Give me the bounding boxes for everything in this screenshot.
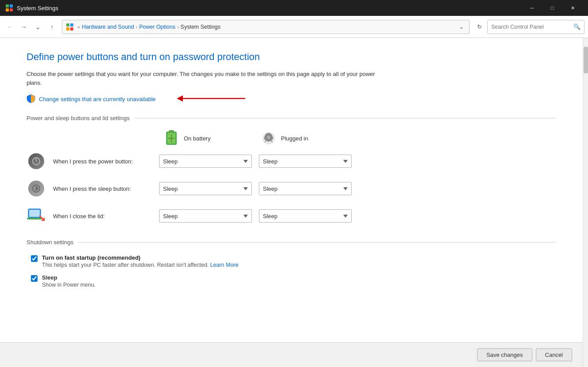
breadcrumb-expand-button[interactable]: ⌄ [457, 23, 466, 31]
svg-rect-6 [66, 27, 69, 30]
svg-rect-3 [10, 8, 13, 11]
address-bar: ← → ⌄ ↑ « Hardware and Sound › Power Opt… [0, 16, 588, 38]
col-header-battery: On battery [163, 130, 261, 146]
section2-label: Shutdown settings [27, 239, 73, 246]
save-changes-button[interactable]: Save changes [477, 348, 532, 361]
power-button-icon [27, 151, 46, 171]
window-title: System Settings [17, 5, 522, 11]
sleep-button-battery-select[interactable]: Sleep Do nothing Hibernate Shut down Tur… [159, 182, 252, 195]
main-container: Define power buttons and turn on passwor… [0, 38, 588, 367]
svg-rect-0 [6, 4, 9, 8]
window-controls: ─ □ ✕ [522, 0, 583, 16]
breadcrumb-item-hardware[interactable]: Hardware and Sound [82, 24, 134, 30]
power-button-battery-select[interactable]: Sleep Do nothing Hibernate Shut down Tur… [159, 155, 252, 168]
settings-grid: On battery Plugged in [27, 130, 556, 226]
breadcrumb-sep-1: › [136, 24, 137, 30]
fast-startup-label: Turn on fast startup (recommended) [42, 254, 239, 261]
breadcrumb-app-icon [66, 23, 74, 31]
maximize-button[interactable]: □ [542, 0, 562, 16]
uac-change-settings-link[interactable]: Change settings that are currently unava… [39, 96, 156, 102]
sleep-shutdown-content: Sleep Show in Power menu. [42, 274, 96, 288]
fast-startup-content: Turn on fast startup (recommended) This … [42, 254, 239, 268]
back-button[interactable]: ← [4, 21, 16, 33]
section1-label: Power and sleep buttons and lid settings [27, 115, 129, 121]
search-input[interactable] [491, 24, 571, 30]
uac-link-row: Change settings that are currently unava… [27, 94, 556, 104]
svg-rect-21 [29, 210, 40, 217]
battery-column-icon [163, 130, 179, 146]
lid-label: When I close the lid: [53, 213, 159, 219]
svg-rect-1 [10, 4, 13, 8]
sleep-button-label: When I press the sleep button: [53, 185, 159, 192]
description-text: Choose the power settings that you want … [27, 70, 380, 87]
col-header-battery-label: On battery [184, 135, 211, 142]
breadcrumb-bar: « Hardware and Sound › Power Options › S… [62, 20, 470, 34]
uac-shield-icon [27, 94, 35, 104]
section2-header: Shutdown settings [27, 239, 556, 246]
breadcrumb-item-current: System Settings [181, 24, 220, 30]
learn-more-link[interactable]: Learn More [210, 262, 239, 268]
forward-button[interactable]: → [18, 21, 30, 33]
fast-startup-desc: This helps start your PC faster after sh… [42, 262, 239, 268]
svg-point-16 [267, 136, 270, 139]
breadcrumb-prefix: « [77, 24, 80, 30]
fast-startup-checkbox[interactable] [31, 255, 38, 262]
sleep-shutdown-checkbox[interactable] [31, 275, 38, 282]
lid-icon [27, 206, 46, 226]
svg-rect-4 [66, 23, 69, 26]
svg-marker-9 [177, 95, 183, 102]
sleep-button-plugged-select[interactable]: Sleep Do nothing Hibernate Shut down Tur… [259, 182, 352, 195]
page-title: Define power buttons and turn on passwor… [27, 51, 556, 63]
bottom-bar: Save changes Cancel [0, 342, 583, 367]
lid-dropdowns: Sleep Do nothing Hibernate Shut down Tur… [159, 209, 352, 223]
power-button-label: When I press the power button: [53, 158, 159, 165]
plugged-column-icon [261, 130, 277, 146]
close-button[interactable]: ✕ [562, 0, 583, 16]
cancel-button[interactable]: Cancel [536, 348, 572, 361]
svg-rect-2 [6, 8, 9, 11]
svg-rect-5 [70, 23, 73, 26]
col-header-plugged: Plugged in [261, 130, 358, 146]
column-headers: On battery Plugged in [163, 130, 556, 146]
content-area: Define power buttons and turn on passwor… [0, 38, 583, 367]
lid-battery-select[interactable]: Sleep Do nothing Hibernate Shut down Tur… [159, 209, 252, 223]
titlebar: System Settings ─ □ ✕ [0, 0, 588, 16]
fast-startup-row: Turn on fast startup (recommended) This … [27, 254, 556, 268]
search-box: 🔍 [487, 20, 584, 34]
up-button[interactable]: ↑ [46, 21, 58, 33]
svg-rect-22 [27, 218, 42, 219]
refresh-button[interactable]: ↻ [473, 21, 486, 33]
power-button-plugged-select[interactable]: Sleep Do nothing Hibernate Shut down Tur… [259, 155, 352, 168]
sleep-shutdown-desc: Show in Power menu. [42, 282, 96, 288]
search-icon: 🔍 [573, 23, 580, 30]
svg-rect-7 [70, 27, 73, 30]
lid-row: When I close the lid: Sleep Do nothing H… [27, 206, 556, 226]
red-arrow-indicator [177, 93, 247, 104]
power-button-row: When I press the power button: Sleep Do … [27, 151, 556, 171]
sleep-shutdown-row: Sleep Show in Power menu. [27, 274, 556, 288]
shutdown-section: Turn on fast startup (recommended) This … [27, 254, 556, 288]
breadcrumb-sep-2: › [177, 24, 179, 30]
sleep-button-icon [27, 179, 46, 198]
recent-locations-button[interactable]: ⌄ [32, 21, 44, 33]
lid-plugged-select[interactable]: Sleep Do nothing Hibernate Shut down Tur… [259, 209, 352, 223]
sleep-button-row: When I press the sleep button: Sleep Do … [27, 179, 556, 198]
scrollbar[interactable] [583, 38, 588, 367]
section1-header: Power and sleep buttons and lid settings [27, 115, 556, 121]
breadcrumb-item-power[interactable]: Power Options [139, 24, 175, 30]
scrollbar-thumb[interactable] [584, 47, 588, 73]
app-icon [5, 4, 13, 12]
minimize-button[interactable]: ─ [522, 0, 542, 16]
sleep-shutdown-label: Sleep [42, 274, 96, 281]
col-header-plugged-label: Plugged in [281, 135, 308, 142]
power-button-dropdowns: Sleep Do nothing Hibernate Shut down Tur… [159, 155, 352, 168]
sleep-button-dropdowns: Sleep Do nothing Hibernate Shut down Tur… [159, 182, 352, 195]
